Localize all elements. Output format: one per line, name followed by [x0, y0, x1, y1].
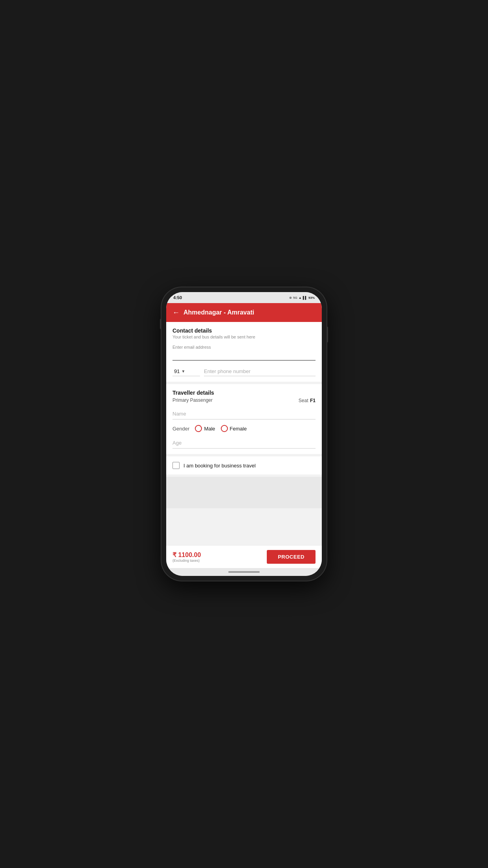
- back-button[interactable]: ←: [172, 309, 180, 317]
- phone-screen: 4:50 ⊛ 5G ▲ ▌▌ 93% ← Ahmednagar - Amrava…: [166, 292, 322, 576]
- contact-section-title: Contact details: [172, 327, 316, 334]
- female-radio-circle: [221, 425, 228, 432]
- status-time: 4:50: [173, 295, 182, 300]
- male-radio[interactable]: Male: [195, 425, 215, 432]
- business-travel-section: I am booking for business travel: [166, 456, 322, 474]
- battery-text: 93%: [308, 296, 315, 300]
- empty-gray-area: [166, 477, 322, 508]
- traveller-section-title: Traveller details: [172, 390, 316, 396]
- male-radio-inner: [197, 427, 200, 430]
- side-button-right: [327, 327, 328, 342]
- female-radio[interactable]: Female: [221, 425, 247, 432]
- traveller-header: Primary Passenger Seat F1: [172, 397, 316, 404]
- female-label: Female: [230, 426, 247, 432]
- female-radio-inner: [223, 427, 226, 430]
- price-section: ₹ 1100.00 (Excluding taxes): [172, 551, 267, 563]
- gender-label: Gender: [172, 426, 189, 432]
- proceed-button[interactable]: PROCEED: [267, 550, 316, 564]
- status-icons: ⊛ 5G ▲ ▌▌ 93%: [289, 296, 315, 300]
- status-bar: 4:50 ⊛ 5G ▲ ▌▌ 93%: [166, 292, 322, 303]
- page-title: Ahmednagar - Amravati: [183, 309, 254, 316]
- home-bar: [228, 571, 260, 573]
- home-indicator: [166, 568, 322, 576]
- email-field-group: Enter email address: [172, 345, 316, 360]
- contact-section-subtitle: Your ticket and bus details will be sent…: [172, 335, 316, 339]
- phone-row: 91 ▼: [172, 367, 316, 376]
- seat-value: F1: [310, 398, 316, 403]
- phone-shell: 4:50 ⊛ 5G ▲ ▌▌ 93% ← Ahmednagar - Amrava…: [161, 287, 327, 581]
- age-input[interactable]: [172, 438, 316, 449]
- bluetooth-icon: ⊛: [289, 296, 292, 300]
- app-header: ← Ahmednagar - Amravati: [166, 303, 322, 322]
- male-radio-circle: [195, 425, 202, 432]
- price-note: (Excluding taxes): [172, 559, 267, 563]
- side-button-left: [160, 319, 161, 329]
- business-checkbox-row[interactable]: I am booking for business travel: [172, 462, 316, 469]
- name-input[interactable]: [172, 408, 316, 419]
- traveller-details-section: Traveller details Primary Passenger Seat…: [166, 384, 322, 454]
- content-scroll: Contact details Your ticket and bus deta…: [166, 322, 322, 545]
- signal-icon: ▌▌: [303, 296, 307, 300]
- price-amount: ₹ 1100.00: [172, 551, 267, 559]
- business-checkbox-label: I am booking for business travel: [183, 463, 256, 469]
- bottom-bar: ₹ 1100.00 (Excluding taxes) PROCEED: [166, 545, 322, 568]
- phone-input[interactable]: [204, 367, 316, 376]
- data-icon: 5G: [293, 296, 297, 300]
- email-label: Enter email address: [172, 345, 316, 349]
- seat-label: Seat: [299, 398, 308, 403]
- country-code-selector[interactable]: 91 ▼: [172, 367, 200, 376]
- contact-details-section: Contact details Your ticket and bus deta…: [166, 322, 322, 382]
- male-label: Male: [204, 426, 215, 432]
- chevron-down-icon: ▼: [181, 369, 185, 373]
- wifi-icon: ▲: [299, 296, 302, 300]
- primary-passenger-label: Primary Passenger: [172, 397, 213, 403]
- business-checkbox[interactable]: [172, 462, 180, 469]
- seat-info: Seat F1: [299, 397, 316, 404]
- country-code-value: 91: [174, 368, 180, 374]
- gender-row: Gender Male Female: [172, 425, 316, 432]
- email-input[interactable]: [172, 351, 316, 360]
